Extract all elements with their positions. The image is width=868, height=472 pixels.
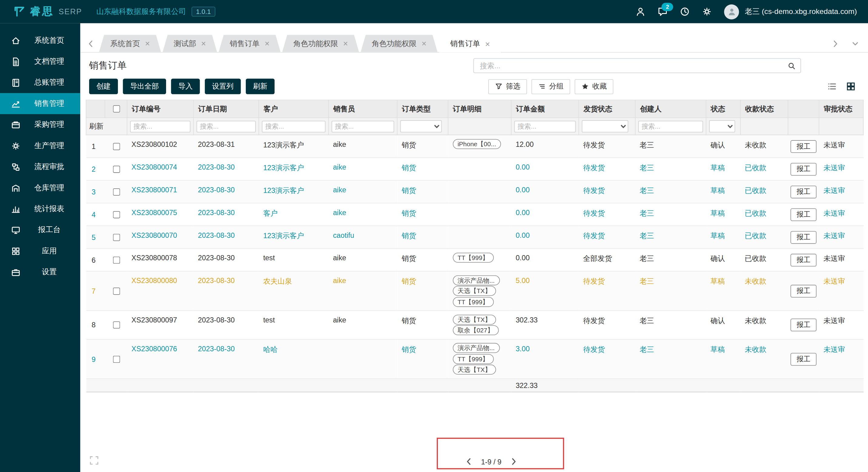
pagination-prev-button[interactable]: [463, 456, 475, 467]
row-checkbox[interactable]: [113, 257, 120, 264]
refresh-link[interactable]: 刷新: [89, 122, 103, 130]
sidebar-item-apps[interactable]: 应用: [0, 240, 80, 262]
col-header-status[interactable]: 状态: [706, 100, 740, 118]
delivery-status-filter-select[interactable]: [582, 120, 628, 132]
table-row[interactable]: 1XS2308001022023-08-31123演示客户aike销货iPhon…: [86, 135, 863, 158]
set-columns-button[interactable]: 设置列: [205, 79, 241, 94]
history-icon[interactable]: [680, 7, 690, 17]
tab-close-icon[interactable]: ×: [201, 39, 206, 48]
cell-order-no[interactable]: XS230800071: [127, 180, 193, 203]
tab-1[interactable]: 测试部×: [163, 35, 217, 52]
amount-filter-input[interactable]: [514, 120, 576, 132]
row-checkbox[interactable]: [113, 234, 120, 241]
salesperson-filter-input[interactable]: [332, 120, 394, 132]
table-row[interactable]: 3XS2308000712023-08-30123演示客户aike销货0.00待…: [86, 180, 863, 203]
search-icon[interactable]: [788, 62, 796, 70]
report-work-button[interactable]: 报工: [790, 208, 816, 221]
order-date-filter-input[interactable]: [196, 120, 255, 132]
report-work-button[interactable]: 报工: [790, 186, 816, 198]
sidebar-item-warehouse[interactable]: 仓库管理: [0, 177, 80, 198]
tabs-scroll-right-icon[interactable]: [829, 35, 841, 52]
table-row[interactable]: 5XS2308000702023-08-30123演示客户caotifu销货0.…: [86, 226, 863, 248]
report-work-button[interactable]: 报工: [790, 285, 816, 298]
settings-gear-icon[interactable]: [702, 7, 712, 17]
col-header-approval-status[interactable]: 审批状态: [819, 100, 863, 118]
col-header-creator[interactable]: 创建人: [635, 100, 706, 118]
sidebar-item-monitor[interactable]: 报工台: [0, 219, 80, 240]
report-work-button[interactable]: 报工: [790, 319, 816, 331]
table-row[interactable]: 6XS2308000782023-08-30testaike销货TT【999】0…: [86, 248, 863, 271]
sidebar-item-document[interactable]: 文档管理: [0, 51, 80, 72]
row-checkbox[interactable]: [113, 143, 120, 150]
col-header-salesperson[interactable]: 销售员: [329, 100, 397, 118]
cell-order-no[interactable]: XS230800074: [127, 158, 193, 180]
col-header-customer[interactable]: 客户: [259, 100, 329, 118]
row-checkbox[interactable]: [113, 166, 120, 173]
tab-close-icon[interactable]: ×: [485, 40, 490, 48]
col-header-payment-status[interactable]: 收款状态: [740, 100, 788, 118]
cell-order-no[interactable]: XS230800102: [127, 135, 193, 158]
order-type-filter-select[interactable]: [400, 120, 441, 132]
tab-4[interactable]: 角色功能权限×: [361, 35, 437, 52]
sidebar-item-approval[interactable]: 流程审批: [0, 156, 80, 177]
sidebar-item-ledger[interactable]: 总账管理: [0, 72, 80, 93]
import-button[interactable]: 导入: [171, 79, 200, 94]
tab-0[interactable]: 系统首页×: [99, 35, 161, 52]
list-view-button[interactable]: [827, 82, 837, 92]
tab-3[interactable]: 角色功能权限×: [282, 35, 359, 52]
sidebar-item-production[interactable]: 生产管理: [0, 135, 80, 156]
row-checkbox[interactable]: [113, 188, 120, 196]
search-input[interactable]: [479, 61, 788, 70]
tab-2[interactable]: 销售订单×: [219, 35, 281, 52]
user-name[interactable]: 老三 (cs-demo.xbg.rokedata.com): [745, 7, 857, 17]
sidebar-item-home[interactable]: 系统首页: [0, 30, 80, 51]
cell-order-no[interactable]: XS230800097: [127, 311, 193, 339]
row-checkbox[interactable]: [113, 322, 120, 329]
row-checkbox[interactable]: [113, 355, 120, 363]
report-work-button[interactable]: 报工: [790, 163, 816, 176]
col-header-order-date[interactable]: 订单日期: [193, 100, 259, 118]
col-header-delivery-status[interactable]: 发货状态: [579, 100, 635, 118]
creator-filter-input[interactable]: [638, 120, 703, 132]
tab-close-icon[interactable]: ×: [422, 39, 427, 48]
group-button[interactable]: 分组: [531, 79, 570, 94]
table-row[interactable]: 4XS2308000752023-08-30客户aike销货0.00待发货老三草…: [86, 203, 863, 226]
row-checkbox[interactable]: [113, 211, 120, 218]
sidebar-item-settings[interactable]: 设置: [0, 262, 80, 283]
col-header-order-details[interactable]: 订单明细: [448, 100, 511, 118]
col-header-order-type[interactable]: 订单类型: [397, 100, 448, 118]
refresh-button[interactable]: 刷新: [246, 79, 275, 94]
tab-5[interactable]: 销售订单×: [439, 35, 501, 53]
create-button[interactable]: 创建: [89, 79, 118, 94]
customer-filter-input[interactable]: [262, 120, 326, 132]
report-work-button[interactable]: 报工: [790, 353, 816, 365]
sidebar-item-chart[interactable]: 统计报表: [0, 198, 80, 219]
tab-close-icon[interactable]: ×: [265, 39, 270, 48]
favorite-button[interactable]: 收藏: [575, 79, 613, 94]
grid-view-button[interactable]: [846, 82, 856, 92]
filter-button[interactable]: 筛选: [488, 79, 527, 94]
cell-order-no[interactable]: XS230800078: [127, 248, 193, 271]
fullscreen-icon[interactable]: [89, 455, 99, 465]
export-all-button[interactable]: 导出全部: [123, 79, 166, 94]
tab-close-icon[interactable]: ×: [343, 39, 348, 48]
table-row[interactable]: 9XS2308000762023-08-30哈哈销货演示产品物...TT【999…: [86, 339, 863, 379]
sidebar-item-purchase[interactable]: 采购管理: [0, 114, 80, 135]
select-all-checkbox[interactable]: [113, 105, 120, 113]
tabs-scroll-left-icon[interactable]: [85, 35, 97, 52]
tab-close-icon[interactable]: ×: [145, 39, 150, 48]
pagination-next-button[interactable]: [508, 456, 519, 467]
user-icon[interactable]: [636, 7, 646, 17]
col-header-order-no[interactable]: 订单编号: [127, 100, 193, 118]
status-filter-select[interactable]: [709, 120, 735, 132]
order-no-filter-input[interactable]: [130, 120, 190, 132]
cell-order-no[interactable]: XS230800075: [127, 203, 193, 226]
report-work-button[interactable]: 报工: [790, 254, 816, 267]
avatar[interactable]: [724, 4, 739, 19]
chat-icon[interactable]: 2: [658, 7, 668, 17]
row-checkbox[interactable]: [113, 288, 120, 295]
cell-order-no[interactable]: XS230800070: [127, 226, 193, 248]
table-row[interactable]: 7XS2308000802023-08-30农夫山泉aike销货演示产品物...…: [86, 271, 863, 311]
sidebar-item-sales[interactable]: 销售管理: [0, 93, 80, 114]
table-row[interactable]: 8XS2308000972023-08-30testaike销货天选【TX】取余…: [86, 311, 863, 339]
